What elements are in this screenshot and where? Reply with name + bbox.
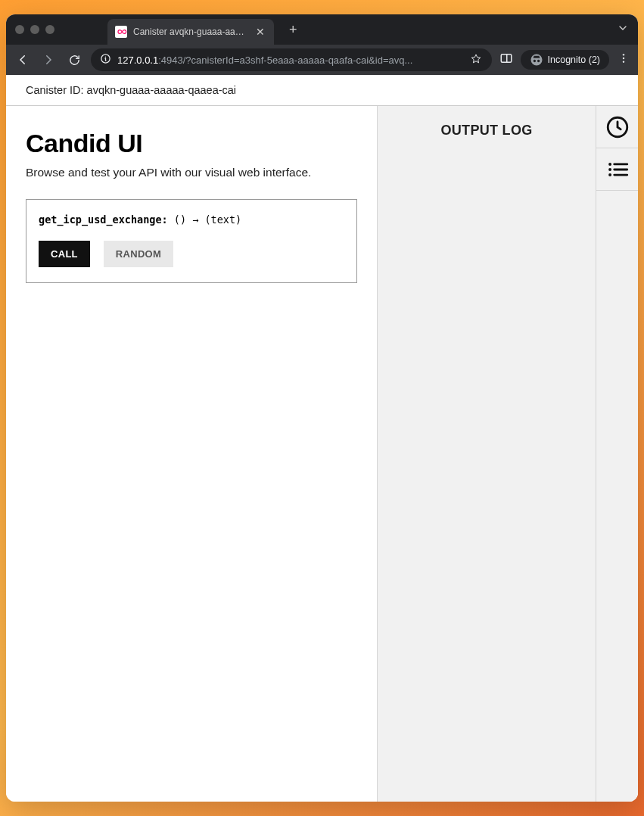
tool-rail <box>596 106 638 802</box>
url-text: 127.0.0.1:4943/?canisterId=a3shf-5eaaa-a… <box>117 55 463 66</box>
random-button[interactable]: RANDOM <box>104 241 173 267</box>
content-row: Candid UI Browse and test your API with … <box>6 106 638 802</box>
method-args: () → (text) <box>168 213 242 226</box>
canister-id-text: Canister ID: avqkn-guaaa-aaaaa-qaaea-cai <box>26 84 236 96</box>
incognito-label: Incognito (2) <box>548 55 600 65</box>
kebab-menu-icon[interactable] <box>617 52 630 67</box>
omnibox[interactable]: 127.0.0.1:4943/?canisterId=a3shf-5eaaa-a… <box>91 48 492 71</box>
page-content: Canister ID: avqkn-guaaa-aaaaa-qaaea-cai… <box>6 75 638 802</box>
star-icon[interactable] <box>469 53 483 67</box>
forward-button[interactable] <box>39 51 58 69</box>
main-panel: Candid UI Browse and test your API with … <box>6 106 377 802</box>
svg-point-11 <box>608 162 611 165</box>
close-icon[interactable]: ✕ <box>254 26 266 38</box>
incognito-badge[interactable]: Incognito (2) <box>521 50 609 70</box>
svg-point-5 <box>533 60 535 62</box>
site-info-icon[interactable] <box>100 53 111 67</box>
output-log-panel: OUTPUT LOG <box>377 106 596 802</box>
svg-point-8 <box>623 58 624 59</box>
svg-point-15 <box>608 173 611 176</box>
method-signature: get_icp_usd_exchange: () → (text) <box>39 213 344 226</box>
new-tab-button[interactable]: + <box>283 19 303 41</box>
browser-window: Canister avqkn-guaaa-aaaaa-q ✕ + 127.0.0… <box>6 14 638 802</box>
window-traffic-lights[interactable] <box>15 25 54 34</box>
method-buttons: CALL RANDOM <box>39 241 344 267</box>
call-button[interactable]: CALL <box>39 241 90 267</box>
clock-icon <box>605 114 630 140</box>
back-button[interactable] <box>14 51 32 69</box>
method-card: get_icp_usd_exchange: () → (text) CALL R… <box>26 199 357 283</box>
svg-point-6 <box>537 60 539 62</box>
page-subtitle: Browse and test your API with our visual… <box>26 166 357 179</box>
reload-button[interactable] <box>65 51 83 69</box>
methods-list-button[interactable] <box>596 148 639 191</box>
method-name: get_icp_usd_exchange: <box>39 213 168 226</box>
chevron-down-icon[interactable] <box>617 22 629 37</box>
output-log-title: OUTPUT LOG <box>385 123 588 139</box>
svg-point-13 <box>608 168 611 171</box>
tab-title: Canister avqkn-guaaa-aaaaa-q <box>133 26 248 37</box>
tab-strip: Canister avqkn-guaaa-aaaaa-q ✕ + <box>6 14 638 45</box>
svg-rect-0 <box>115 26 127 38</box>
browser-tab[interactable]: Canister avqkn-guaaa-aaaaa-q ✕ <box>107 19 274 45</box>
history-button[interactable] <box>596 106 639 148</box>
incognito-icon <box>530 53 543 67</box>
svg-point-7 <box>623 54 624 55</box>
panel-icon[interactable] <box>499 51 513 68</box>
canister-id-bar: Canister ID: avqkn-guaaa-aaaaa-qaaea-cai <box>6 75 638 106</box>
svg-point-9 <box>623 61 624 62</box>
list-icon <box>605 157 630 182</box>
page-title: Candid UI <box>26 129 357 158</box>
infinity-icon <box>115 26 127 38</box>
url-bar: 127.0.0.1:4943/?canisterId=a3shf-5eaaa-a… <box>6 45 638 75</box>
